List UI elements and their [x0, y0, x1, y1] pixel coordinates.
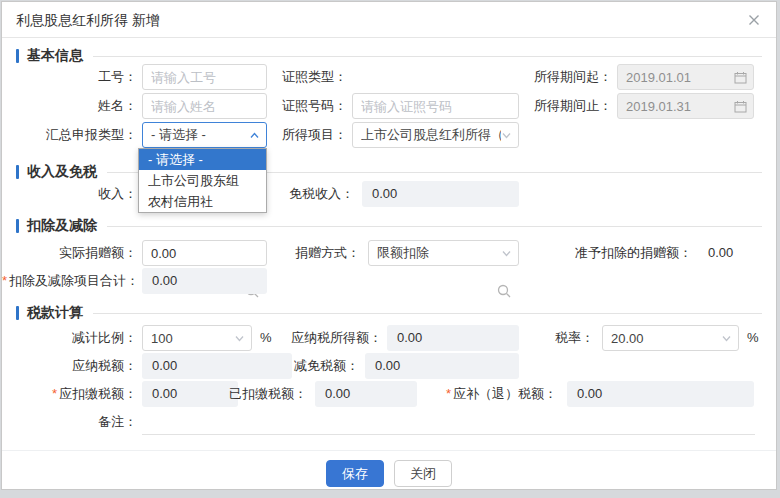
income-item-label: 所得项目： — [137, 122, 347, 148]
close-icon[interactable] — [744, 10, 764, 30]
allowed-donation-value: 0.00 — [708, 240, 733, 266]
section-accent-bar — [16, 49, 19, 63]
section-divider — [93, 56, 762, 57]
section-title: 收入及免税 — [27, 163, 97, 181]
section-tax-calc: 税款计算 — [16, 305, 762, 321]
donation-method-value: 限额扣除 — [377, 244, 429, 262]
period-end-value: 2019.01.31 — [626, 99, 691, 114]
taxable-income-label: 应纳税所得额： — [172, 325, 382, 351]
actual-donation-label: 实际捐赠额： — [2, 240, 137, 266]
section-title: 税款计算 — [27, 304, 83, 322]
summary-type-dropdown-list: - 请选择 - 上市公司股东组 农村信用社 — [138, 148, 267, 213]
tax-rate-select[interactable]: 20.00 — [602, 325, 739, 351]
tax-exempt-amount-label: 减免税额： — [149, 353, 359, 379]
name-label: 姓名： — [2, 93, 137, 119]
required-mark: * — [52, 386, 57, 401]
tax-rate-label: 税率： — [384, 325, 594, 351]
income-item-select[interactable]: 上市公司股息红利所得（沪 — [352, 122, 519, 148]
section-accent-bar — [16, 306, 19, 320]
reduction-ratio-label: 减计比例： — [2, 325, 137, 351]
employee-id-label: 工号： — [2, 64, 137, 90]
save-button[interactable]: 保存 — [326, 460, 384, 487]
section-accent-bar — [16, 219, 19, 233]
income-item-value: 上市公司股息红利所得（沪 — [361, 126, 501, 144]
dropdown-option-rural-credit[interactable]: 农村信用社 — [139, 191, 266, 212]
deduction-total-label: *扣除及减除项目合计： — [2, 268, 137, 294]
dialog-header: 利息股息红利所得 新增 — [2, 2, 776, 38]
footer: 保存 关闭 — [2, 460, 776, 487]
calendar-icon — [734, 71, 747, 84]
section-accent-bar — [16, 165, 19, 179]
cert-type-label: 证照类型： — [137, 64, 347, 90]
required-mark: * — [446, 386, 451, 401]
deduction-total-field: 0.00 — [142, 268, 267, 294]
cert-number-label: 证照号码： — [137, 93, 347, 119]
required-mark: * — [2, 273, 7, 288]
section-basic-info: 基本信息 — [16, 48, 762, 64]
tax-exempt-amount-field: 0.00 — [365, 353, 519, 379]
allowed-donation-label: 准予扣除的捐赠额： — [482, 240, 692, 266]
footer-divider — [2, 450, 776, 451]
tax-rate-value: 20.00 — [611, 331, 644, 346]
remark-input[interactable] — [142, 409, 755, 435]
section-divider — [107, 226, 762, 227]
section-title: 扣除及减除 — [27, 217, 97, 235]
withheld-tax-label: 已扣缴税额： — [97, 381, 307, 407]
period-end-field: 2019.01.31 — [617, 93, 754, 119]
tax-due-refund-field: 0.00 — [567, 381, 754, 407]
chevron-down-icon — [501, 130, 512, 141]
dropdown-option-listed-company-group[interactable]: 上市公司股东组 — [139, 170, 266, 191]
section-title: 基本信息 — [27, 47, 83, 65]
period-end-label: 所得期间止： — [402, 93, 612, 119]
remark-label: 备注： — [2, 409, 137, 435]
donation-method-label: 捐赠方式： — [150, 240, 360, 266]
summary-type-label: 汇总申报类型： — [2, 122, 137, 148]
period-start-label: 所得期间起： — [402, 64, 612, 90]
section-income-exempt: 收入及免税 — [16, 164, 762, 180]
calendar-icon — [734, 100, 747, 113]
tax-due-refund-label: *应补（退）税额： — [347, 381, 557, 407]
reduction-ratio-value: 100 — [151, 331, 173, 346]
exempt-income-field: 0.00 — [362, 181, 519, 207]
percent-sign: % — [747, 325, 759, 351]
period-start-field: 2019.01.01 — [617, 64, 754, 90]
dialog: 利息股息红利所得 新增 基本信息 工号： 证照类型： 所得期间起： 2019.0… — [1, 1, 777, 490]
dialog-title: 利息股息红利所得 新增 — [16, 2, 160, 38]
section-deduction: 扣除及减除 — [16, 218, 762, 234]
chevron-down-icon — [721, 333, 732, 344]
income-label: 收入： — [2, 181, 137, 207]
dropdown-option-please-select[interactable]: - 请选择 - — [139, 149, 266, 170]
section-divider — [93, 313, 762, 314]
period-start-value: 2019.01.01 — [626, 70, 691, 85]
close-button[interactable]: 关闭 — [394, 460, 452, 487]
search-icon[interactable] — [497, 278, 511, 304]
tax-payable-label: 应纳税额： — [2, 353, 137, 379]
